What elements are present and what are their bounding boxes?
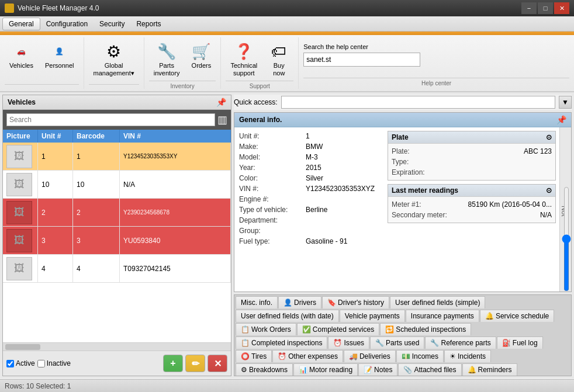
buy-now-button[interactable]: 🏷 Buynow (264, 40, 293, 79)
orders-button[interactable]: 🛒 Orders (186, 40, 216, 72)
table-row[interactable]: 🖼 1 1 Y1234523035353XY (3, 143, 231, 171)
attached-files-icon: 📎 (403, 366, 412, 374)
hscroll-thumb[interactable] (5, 344, 40, 350)
tab-vehicle-payments[interactable]: Vehicle payments (340, 310, 405, 322)
ribbon-group-inventory: 🔧 Partsinventory 🛒 Orders Inventory (144, 37, 222, 89)
drivers-icon: 👤 (283, 299, 292, 307)
vehicles-icon: 🚗 (12, 42, 30, 61)
tab-drivers[interactable]: 👤 Drivers (278, 296, 321, 308)
tab-attached-files[interactable]: 📎 Attached files (398, 363, 461, 376)
plate-box-header: Plate ⊙ (388, 131, 555, 144)
tab-reference-parts[interactable]: 🔧 Reference parts (425, 337, 496, 349)
tab-deliveries[interactable]: 🚚 Deliveries (344, 350, 396, 362)
vehicle-thumbnail: 🖼 (6, 201, 32, 224)
meter-icon[interactable]: ⊙ (546, 186, 552, 195)
quick-access-dropdown[interactable]: ▼ (559, 96, 572, 109)
field-department: Department: (239, 216, 379, 224)
parts-inventory-button[interactable]: 🔧 Partsinventory (149, 40, 185, 79)
horizontal-scrollbar[interactable] (3, 342, 231, 351)
tab-issues[interactable]: ⏰ Issues (328, 337, 369, 349)
vehicle-search-input[interactable] (6, 113, 215, 126)
tab-user-defined-date[interactable]: User defined fields (with date) (236, 310, 339, 322)
motor-reading-icon: 📊 (299, 366, 307, 374)
reference-parts-label: Reference parts (441, 339, 490, 347)
global-management-button[interactable]: ⚙ Globalmanagement▾ (89, 40, 139, 79)
tabs-row-3: 📋 Work Orders ✅ Completed services 🔁 Sch… (234, 322, 571, 335)
misc-info-label: Misc. info. (241, 299, 272, 307)
menu-reports[interactable]: Reports (130, 18, 167, 30)
tab-incidents[interactable]: ☀ Incidents (444, 350, 491, 362)
window-title: Vehicle Fleet Manager 4.0 (18, 4, 99, 12)
inactive-checkbox[interactable] (37, 360, 45, 367)
menu-security[interactable]: Security (94, 18, 130, 30)
tab-scheduled-inspections[interactable]: 🔁 Scheduled inspections (380, 323, 471, 335)
edit-vehicle-button[interactable]: ✏ (185, 355, 205, 372)
active-checkbox-group: Active (6, 359, 35, 367)
pin-icon-2[interactable]: 📌 (556, 115, 566, 124)
table-row[interactable]: 🖼 10 10 N/A (3, 171, 231, 199)
help-center-input[interactable] (303, 53, 420, 67)
tab-insurance-payments[interactable]: Insurance payments (406, 310, 479, 322)
ribbon-group-support-label: Support (226, 81, 293, 92)
global-management-icon: ⚙ (105, 42, 123, 61)
tab-completed-services[interactable]: ✅ Completed services (297, 323, 379, 335)
delete-vehicle-button[interactable]: ✕ (208, 355, 227, 372)
tab-user-defined-simple[interactable]: User defined fields (simple) (390, 296, 485, 308)
personnel-button[interactable]: 👤 Personnel (40, 40, 79, 72)
tab-incomes[interactable]: 💵 Incomes (396, 350, 444, 362)
vehicles-table-header: Picture Unit # Barcode VIN # (3, 130, 231, 143)
other-expenses-label: Other expenses (288, 352, 338, 360)
tab-service-schedule[interactable]: 🔔 Service schedule (480, 310, 554, 322)
cell-unit: 1 (38, 143, 73, 170)
table-row[interactable]: 🖼 4 4 T09327042145 (3, 255, 231, 283)
maximize-button[interactable]: □ (538, 2, 553, 14)
tab-work-orders[interactable]: 📋 Work Orders (236, 323, 296, 335)
tab-misc-info[interactable]: Misc. info. (236, 296, 278, 308)
close-button[interactable]: ✕ (554, 2, 569, 14)
tab-tires[interactable]: ⭕ Tires (236, 350, 272, 362)
technical-support-button[interactable]: ❓ Technicalsupport (226, 40, 262, 79)
plate-type-row: Type: (392, 158, 552, 166)
cell-barcode: 10 (73, 171, 120, 198)
parts-used-icon: 🔧 (375, 339, 384, 347)
drivers-history-label: Driver's history (338, 299, 384, 307)
motor-reading-label: Motor reading (309, 366, 352, 374)
work-orders-label: Work Orders (251, 325, 291, 334)
tab-fuel-log[interactable]: ⛽ Fuel log (497, 337, 543, 349)
tab-reminders[interactable]: 🔔 Reminders (462, 363, 517, 376)
active-checkbox[interactable] (6, 360, 14, 367)
vehicles-button[interactable]: 🚗 Vehicles (5, 40, 38, 72)
pin-icon[interactable]: 📌 (216, 98, 226, 107)
table-row[interactable]: 🖼 3 3 YU0593840 (3, 227, 231, 255)
tab-breakdowns[interactable]: ⚙ Breakdowns (236, 363, 293, 376)
tab-parts-used[interactable]: 🔧 Parts used (370, 337, 424, 349)
menu-configuration[interactable]: Configuration (40, 18, 94, 30)
menu-general[interactable]: General (2, 18, 40, 30)
general-info-title: General info. (239, 116, 282, 124)
field-vin: VIN #: Y1234523035353XYZ (239, 185, 379, 193)
info-scrollbar[interactable] (562, 186, 571, 292)
ribbon-group-support: ❓ Technicalsupport 🏷 Buynow Support (221, 37, 299, 89)
completed-inspections-label: Completed inspections (251, 339, 322, 347)
table-row[interactable]: 🖼 2 2 Y2390234568678 (3, 199, 231, 227)
field-fuel: Fuel type: Gasoline - 91 (239, 237, 379, 245)
incomes-label: Incomes (412, 352, 438, 360)
general-info-boxes: Plate ⊙ Plate: ABC 123 Type: (384, 127, 559, 292)
tab-drivers-history[interactable]: 🔖 Driver's history (322, 296, 389, 308)
notes-icon: 📝 (364, 366, 372, 374)
quick-access-input[interactable] (281, 96, 555, 109)
vehicles-panel-title: Vehicles (8, 98, 36, 106)
cell-picture: 🖼 (3, 171, 38, 198)
vehicle-thumbnail: 🖼 (6, 257, 32, 280)
tab-completed-inspections[interactable]: 📋 Completed inspections (236, 337, 327, 349)
plate-icon[interactable]: ⊙ (546, 133, 552, 141)
tab-other-expenses[interactable]: ⏰ Other expenses (272, 350, 343, 362)
minimize-button[interactable]: − (521, 2, 537, 14)
completed-services-icon: ✅ (302, 325, 311, 334)
reminders-icon: 🔔 (468, 366, 476, 374)
tab-notes[interactable]: 📝 Notes (358, 363, 397, 376)
vehicle-thumbnail: 🖼 (6, 145, 32, 168)
help-center-label: Search the help center (303, 43, 420, 50)
add-vehicle-button[interactable]: + (163, 355, 183, 372)
tab-motor-reading[interactable]: 📊 Motor reading (293, 363, 358, 376)
